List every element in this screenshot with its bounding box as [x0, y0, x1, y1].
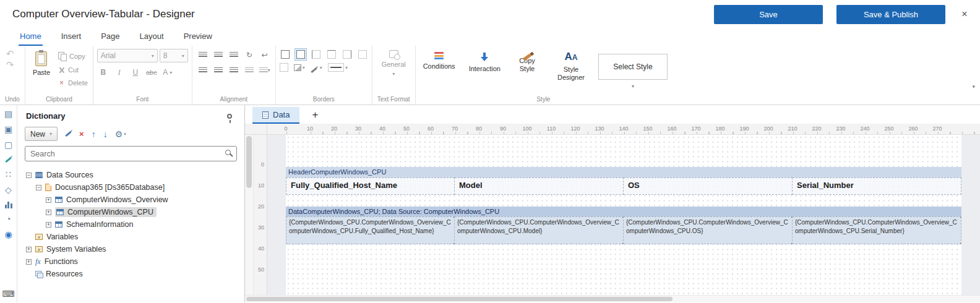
tab-data-page[interactable]: Data [252, 107, 299, 124]
delete-item-button[interactable]: × [79, 129, 84, 139]
align-bottom-icon[interactable] [227, 49, 241, 61]
underline-button[interactable]: U [129, 66, 142, 79]
interaction-button[interactable]: Interaction [465, 49, 504, 75]
tree-item-computerwindows-overview[interactable]: + ComputerWindows_Overview [17, 194, 244, 206]
tab-layout[interactable]: Layout [139, 29, 165, 46]
header-cell[interactable]: Fully_Qualified_Host_Name [286, 177, 455, 195]
clock-icon[interactable]: ◔ [6, 215, 11, 224]
shapes-icon[interactable]: ◇ [5, 186, 12, 195]
tree-item-variables[interactable]: x Variables [17, 231, 244, 243]
settings-button[interactable]: ⚙ ▾ [115, 129, 126, 139]
expand-expander-icon[interactable]: + [46, 197, 51, 203]
tree-item-docusnap365[interactable]: − Docusnap365 [Ds365Database] [17, 181, 244, 194]
align-center-icon[interactable] [212, 64, 225, 76]
tab-preview[interactable]: Preview [183, 29, 213, 46]
tree-item-system-variables[interactable]: + x System Variables [17, 243, 244, 255]
align-middle-icon[interactable] [212, 49, 225, 61]
move-down-button[interactable]: ↓ [103, 129, 108, 139]
border-right-icon[interactable] [342, 49, 353, 60]
line-spacing-icon[interactable]: ▾ [258, 64, 272, 76]
search-input[interactable] [25, 146, 237, 161]
tree-item-schemainformation[interactable]: + SchemaInformation [17, 218, 244, 231]
copy-button[interactable]: Copy [57, 51, 89, 61]
font-color-button[interactable]: A ▾ [161, 66, 174, 79]
design-canvas[interactable]: HeaderComputerWindows_CPU Fully_Qualifie… [267, 135, 980, 295]
expand-expander-icon[interactable]: + [46, 210, 51, 215]
border-outside-icon[interactable] [295, 49, 306, 60]
border-color-button[interactable]: ▾ [311, 65, 322, 70]
tree-item-resources[interactable]: Resources [17, 268, 244, 280]
header-cell[interactable]: Serial_Number [793, 177, 961, 195]
header-cell[interactable]: OS [624, 177, 793, 195]
pin-icon[interactable] [227, 114, 232, 119]
data-cell[interactable]: {ComputerWindows_CPU.ComputerWindows_Ove… [624, 216, 793, 244]
border-left-icon[interactable] [311, 49, 322, 60]
paste-button[interactable]: Paste [29, 49, 54, 79]
header-cell[interactable]: Model [455, 177, 624, 195]
vertical-scrollbar[interactable] [245, 135, 254, 295]
text-format-button[interactable]: General ▾ [376, 49, 411, 79]
bold-button[interactable]: B [97, 66, 110, 79]
redo-icon[interactable]: ↷ [4, 60, 16, 69]
cut-button[interactable]: Cut [57, 66, 89, 74]
tab-home[interactable]: Home [19, 29, 43, 46]
copy-style-button[interactable]: Copy Style [510, 49, 544, 75]
ribbon-collapse-icon[interactable]: ▾ [972, 83, 975, 90]
tab-page[interactable]: Page [100, 29, 121, 46]
conditions-button[interactable]: Conditions [419, 49, 459, 73]
edit-pencil-icon[interactable] [5, 157, 11, 163]
delete-button[interactable]: × Delete [57, 79, 89, 87]
font-size-select[interactable]: 8 ▾ [160, 49, 188, 62]
strikethrough-button[interactable]: abc [145, 66, 158, 79]
style-designer-button[interactable]: AA Style Designer [550, 49, 592, 83]
header-band[interactable]: HeaderComputerWindows_CPU [286, 167, 961, 177]
tree-item-functions[interactable]: + fx Functions [17, 255, 244, 268]
chart-icon[interactable] [5, 201, 12, 208]
undo-icon[interactable]: ↶ [4, 49, 16, 58]
vertical-scrollbar-thumb[interactable] [246, 136, 252, 188]
font-family-select[interactable]: Arial ▾ [97, 49, 158, 62]
data-band[interactable]: DataComputerWindows_CPU; Data Source: Co… [286, 207, 961, 216]
add-page-button[interactable]: + [309, 109, 320, 124]
keyboard-icon[interactable]: ⌨ [2, 289, 14, 299]
italic-button[interactable]: I [113, 66, 126, 79]
expand-expander-icon[interactable]: + [26, 259, 32, 265]
edit-item-button[interactable] [65, 133, 72, 135]
border-none-icon[interactable] [357, 49, 368, 60]
rotate-text-icon[interactable]: ↻ [243, 49, 256, 61]
save-button[interactable]: Save [714, 5, 823, 24]
fill-color-button[interactable]: ▾ [294, 64, 305, 71]
select-style-dropdown[interactable]: Select Style [598, 54, 668, 80]
report-page[interactable]: HeaderComputerWindows_CPU Fully_Qualifie… [286, 135, 961, 295]
components-icon[interactable]: ∷ [6, 170, 11, 179]
save-publish-button[interactable]: Save & Publish [836, 5, 945, 24]
tree-item-data-sources[interactable]: − Data Sources [17, 169, 244, 181]
tree-item-computerwindows-cpu[interactable]: + ComputerWindows_CPU [17, 206, 244, 218]
horizontal-scrollbar[interactable] [245, 295, 980, 302]
border-style-icon[interactable] [280, 63, 288, 72]
align-right-icon[interactable] [227, 64, 241, 76]
wrap-text-icon[interactable]: ↩ [258, 49, 272, 61]
close-icon[interactable]: × [955, 9, 974, 20]
align-top-icon[interactable] [196, 49, 210, 61]
collapse-expander-icon[interactable]: − [26, 173, 32, 178]
border-all-icon[interactable] [280, 49, 291, 60]
align-justify-icon[interactable] [243, 64, 256, 76]
tab-insert[interactable]: Insert [60, 29, 83, 46]
data-cell[interactable]: {ComputerWindows_CPU.ComputerWindows_Ove… [793, 216, 961, 244]
expand-expander-icon[interactable]: + [46, 222, 51, 228]
chevron-down-icon[interactable]: ▾ [598, 83, 668, 89]
move-up-button[interactable]: ↑ [92, 129, 96, 139]
new-button[interactable]: New ▾ [25, 127, 58, 141]
border-top-icon[interactable] [326, 49, 337, 60]
globe-icon[interactable]: ◉ [4, 230, 12, 239]
horizontal-scrollbar-thumb[interactable] [246, 297, 673, 301]
new-page-icon[interactable]: ▢ [4, 140, 12, 150]
expand-expander-icon[interactable]: + [26, 247, 32, 252]
align-left-icon[interactable] [196, 64, 210, 76]
data-cell[interactable]: {ComputerWindows_CPU.ComputerWindows_Ove… [286, 216, 455, 244]
collapse-expander-icon[interactable]: − [36, 185, 41, 190]
data-cell[interactable]: {ComputerWindows_CPU.ComputerWindows_Ove… [455, 216, 624, 244]
line-style-select[interactable]: ▾ [328, 63, 348, 72]
report-structure-icon[interactable]: ▤ [4, 109, 12, 119]
